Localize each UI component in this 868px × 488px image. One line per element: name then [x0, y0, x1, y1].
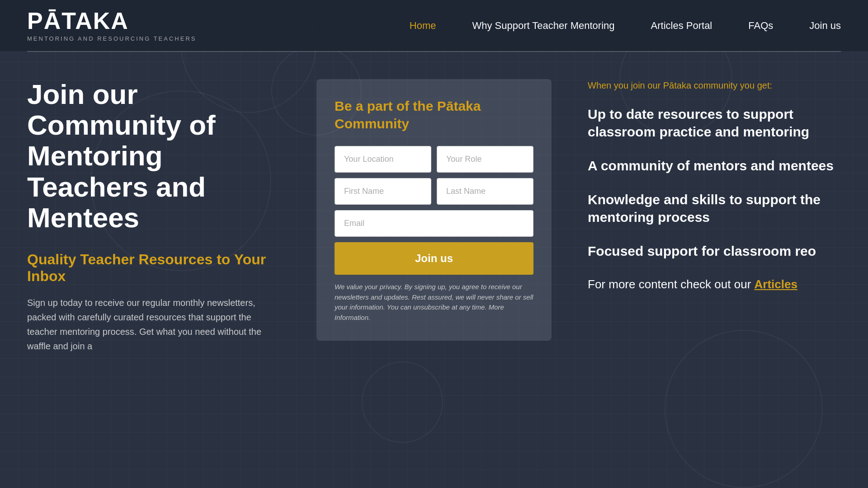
firstname-input[interactable] — [335, 178, 431, 205]
lastname-input[interactable] — [437, 178, 533, 205]
form-container: Be a part of the Pātaka Community Join u… — [316, 79, 552, 341]
form-row-location-role — [335, 146, 533, 173]
benefit-title-4: Focused support for classroom reo — [588, 244, 816, 258]
form-title: Be a part of the Pātaka Community — [335, 97, 533, 132]
benefit-title-2: A community of mentors and mentees — [588, 158, 834, 173]
benefit-item-3: Knowledge and skills to support the ment… — [588, 191, 841, 226]
middle-column: Be a part of the Pātaka Community Join u… — [298, 79, 570, 409]
logo-tagline: MENTORING AND RESOURCING TEACHERS — [27, 35, 196, 42]
hero-title: Join our Community of Mentoring Teachers… — [27, 79, 271, 233]
form-row-name — [335, 178, 533, 205]
hero-body-text: Sign up today to receive our regular mon… — [27, 296, 271, 353]
benefit-title-1: Up to date resources to support classroo… — [588, 107, 809, 139]
main-content: Join our Community of Mentoring Teachers… — [0, 52, 868, 436]
logo: PĀTAKA MENTORING AND RESOURCING TEACHERS — [27, 9, 196, 42]
email-input[interactable] — [335, 210, 533, 237]
community-intro: When you join our Pātaka community you g… — [588, 79, 841, 92]
left-column: Join our Community of Mentoring Teachers… — [27, 79, 298, 409]
benefit-item-1: Up to date resources to support classroo… — [588, 105, 841, 141]
privacy-text: We value your privacy. By signing up, yo… — [335, 282, 533, 323]
right-column: When you join our Pātaka community you g… — [570, 79, 841, 409]
nav-why-support[interactable]: Why Support Teacher Mentoring — [472, 20, 614, 32]
quality-resources-heading: Quality Teacher Resources to Your Inbox — [27, 251, 271, 285]
more-content: For more content check out our Articles — [588, 276, 841, 292]
join-button[interactable]: Join us — [335, 242, 533, 275]
nav-home[interactable]: Home — [410, 20, 436, 32]
nav-faqs[interactable]: FAQs — [748, 20, 773, 32]
more-content-text: For more content check out our Articles — [588, 277, 797, 291]
benefit-item-2: A community of mentors and mentees — [588, 157, 841, 174]
benefit-item-4: Focused support for classroom reo — [588, 242, 841, 260]
site-header: PĀTAKA MENTORING AND RESOURCING TEACHERS… — [0, 0, 868, 51]
benefit-title-3: Knowledge and skills to support the ment… — [588, 192, 821, 225]
location-input[interactable] — [335, 146, 431, 173]
main-nav: Home Why Support Teacher Mentoring Artic… — [410, 20, 841, 32]
role-input[interactable] — [437, 146, 533, 173]
nav-articles[interactable]: Articles Portal — [651, 20, 712, 32]
nav-join[interactable]: Join us — [809, 20, 841, 32]
logo-text: PĀTAKA — [27, 9, 196, 33]
articles-portal-link[interactable]: Articles — [755, 277, 797, 291]
